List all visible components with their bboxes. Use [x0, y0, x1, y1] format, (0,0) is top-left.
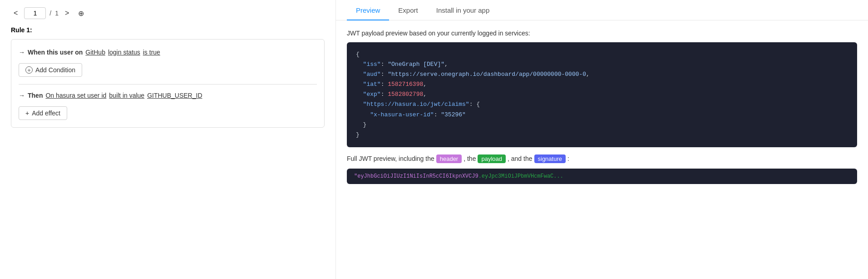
tab-preview[interactable]: Preview	[347, 0, 389, 20]
add-effect-label: Add effect	[32, 110, 60, 117]
tabs-row: Preview Export Install in your app	[336, 0, 868, 20]
next-page-button[interactable]: >	[62, 8, 72, 18]
rule-box: → When this user on GitHub login status …	[11, 39, 325, 128]
left-panel: < / 1 > ⊕ Rule 1: → When this user on Gi…	[0, 0, 336, 279]
pagination-row: < / 1 > ⊕	[11, 7, 325, 19]
jwt-desc-and: , and the	[508, 155, 533, 162]
condition-field-link[interactable]: login status	[108, 49, 140, 56]
add-condition-plus-icon: +	[25, 66, 33, 74]
jwt-payload-part: .eyJpc3MiOiJPbmVHcmFwaC...	[478, 173, 563, 179]
badge-payload: payload	[478, 154, 506, 163]
badge-signature: signature	[534, 154, 566, 163]
rule-label: Rule 1:	[11, 26, 325, 34]
jwt-header-part: "eyJhbGciOiJIUzI1NiIsInR5cCI6IkpnXVCJ9	[354, 173, 478, 179]
then-row: → Then On hasura set user id built in va…	[19, 92, 317, 99]
add-condition-label: Add Condition	[35, 66, 75, 74]
jwt-payload-code-block: { "iss": "OneGraph [DEV]", "aud": "https…	[347, 42, 857, 147]
jwt-desc-the: , the	[464, 155, 476, 162]
preview-description: JWT payload preview based on your curren…	[347, 30, 857, 37]
condition-operator-link[interactable]: is true	[143, 49, 160, 56]
jwt-token-block: "eyJhbGciOiJIUzI1NiIsInR5cCI6IkpnXVCJ9.e…	[347, 169, 857, 184]
condition-service-link[interactable]: GitHub	[85, 49, 105, 56]
condition-arrow: →	[19, 49, 25, 56]
add-effect-button[interactable]: + Add effect	[19, 106, 67, 120]
jwt-desc-before: Full JWT preview, including the	[347, 155, 434, 162]
add-effect-plus-icon: +	[25, 110, 29, 117]
then-value-link[interactable]: GITHUB_USER_ID	[147, 92, 202, 99]
then-value-type-link[interactable]: built in value	[109, 92, 144, 99]
condition-row: → When this user on GitHub login status …	[19, 49, 317, 56]
condition-when-text: When this user on	[28, 49, 83, 56]
pagination-slash: /	[49, 10, 51, 17]
right-content: JWT payload preview based on your curren…	[336, 20, 868, 279]
add-page-button[interactable]: ⊕	[75, 8, 87, 19]
then-action-link[interactable]: On hasura set user id	[45, 92, 106, 99]
right-panel: Preview Export Install in your app JWT p…	[336, 0, 868, 279]
badge-header: header	[436, 154, 462, 163]
tab-install-in-your-app[interactable]: Install in your app	[427, 0, 499, 20]
rule-divider	[19, 84, 317, 85]
add-condition-button[interactable]: + Add Condition	[19, 63, 82, 77]
then-arrow: →	[19, 92, 25, 99]
tab-export[interactable]: Export	[389, 0, 427, 20]
jwt-description: Full JWT preview, including the header ,…	[347, 154, 857, 163]
page-number-input[interactable]	[24, 7, 46, 19]
prev-page-button[interactable]: <	[11, 8, 20, 18]
then-text: Then	[28, 92, 43, 99]
jwt-desc-after: :	[567, 155, 569, 162]
page-total: 1	[55, 10, 59, 17]
